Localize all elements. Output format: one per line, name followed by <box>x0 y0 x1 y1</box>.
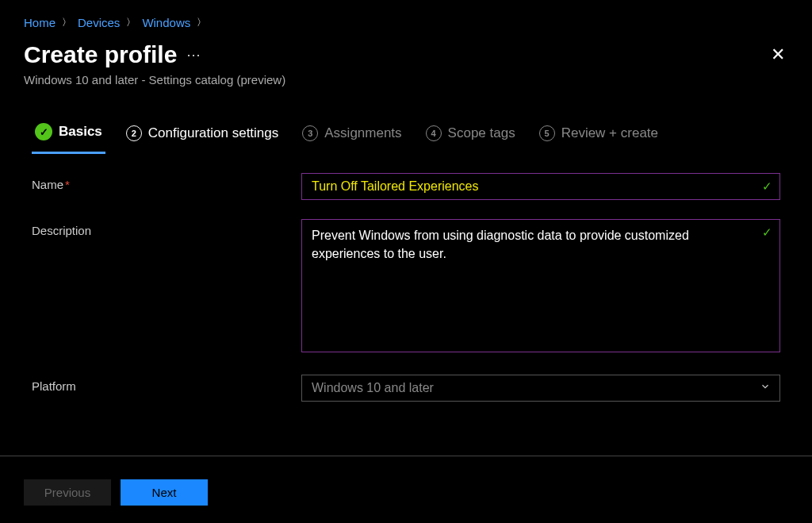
check-icon: ✓ <box>35 123 52 140</box>
breadcrumb-home[interactable]: Home <box>24 16 56 29</box>
platform-label: Platform <box>32 375 301 393</box>
valid-icon: ✓ <box>762 225 772 240</box>
tab-label: Scope tags <box>448 125 515 141</box>
tab-label: Assignments <box>324 125 401 141</box>
tab-label: Review + create <box>561 125 658 141</box>
step-number: 4 <box>426 125 442 141</box>
step-number: 5 <box>539 125 555 141</box>
breadcrumb-devices[interactable]: Devices <box>78 16 120 29</box>
page-header: Create profile ⋯ Windows 10 and later - … <box>0 37 812 102</box>
tab-assignments: 3 Assignments <box>299 119 404 152</box>
name-label: Name* <box>32 173 301 191</box>
tab-label: Basics <box>59 124 102 140</box>
breadcrumb: Home 〉 Devices 〉 Windows 〉 <box>0 0 812 37</box>
more-icon[interactable]: ⋯ <box>186 46 202 63</box>
form-basics: Name* ✓ Description ✓ Platform Windows 1… <box>0 154 812 402</box>
close-icon[interactable]: ✕ <box>768 41 788 68</box>
previous-button[interactable]: Previous <box>24 479 111 506</box>
step-number: 3 <box>302 125 318 141</box>
chevron-down-icon <box>760 381 771 395</box>
page-title: Create profile <box>24 41 177 68</box>
step-number: 2 <box>126 125 142 141</box>
name-input[interactable] <box>301 173 780 200</box>
tab-scope-tags: 4 Scope tags <box>423 119 519 152</box>
page-subtitle: Windows 10 and later - Settings catalog … <box>24 73 285 87</box>
tab-configuration-settings[interactable]: 2 Configuration settings <box>123 119 282 152</box>
wizard-footer: Previous Next <box>0 465 812 523</box>
description-label: Description <box>32 219 301 237</box>
platform-select: Windows 10 and later <box>301 375 780 402</box>
chevron-right-icon: 〉 <box>126 16 136 29</box>
chevron-right-icon: 〉 <box>197 16 206 29</box>
valid-icon: ✓ <box>762 179 772 194</box>
tab-basics[interactable]: ✓ Basics <box>32 117 105 154</box>
tab-review-create: 5 Review + create <box>536 119 661 152</box>
chevron-right-icon: 〉 <box>62 16 71 29</box>
label-text: Name <box>32 178 63 191</box>
breadcrumb-windows[interactable]: Windows <box>142 16 190 29</box>
divider <box>0 456 812 456</box>
next-button[interactable]: Next <box>121 479 208 506</box>
tab-label: Configuration settings <box>148 125 278 141</box>
description-input[interactable] <box>301 219 780 352</box>
required-indicator: * <box>65 178 70 191</box>
wizard-tabs: ✓ Basics 2 Configuration settings 3 Assi… <box>0 102 812 154</box>
